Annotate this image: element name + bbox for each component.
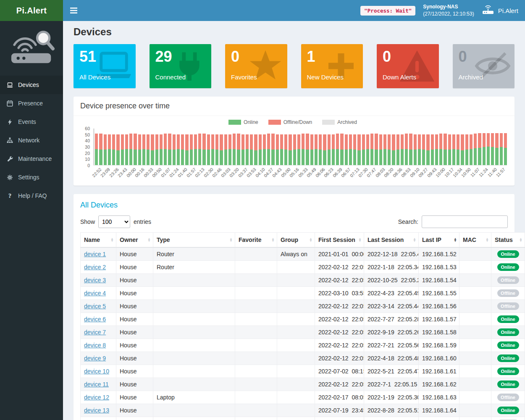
sort-icon[interactable]: ▲▼ bbox=[358, 238, 362, 242]
device-link[interactable]: device 7 bbox=[84, 329, 106, 336]
sidebar-item-maintenance[interactable]: Maintenance bbox=[0, 150, 63, 168]
bar-segment-offline bbox=[142, 134, 145, 149]
sidebar-item-events[interactable]: Events bbox=[0, 113, 63, 131]
cell-favorite bbox=[235, 247, 277, 261]
column-header-mac[interactable]: MAC▲▼ bbox=[459, 233, 491, 248]
sidebar: DevicesPresenceEventsNetworkMaintenanceS… bbox=[0, 21, 63, 420]
column-header-type[interactable]: Type▲▼ bbox=[153, 233, 235, 248]
bar-segment-online bbox=[345, 150, 348, 165]
chart-bar bbox=[319, 134, 322, 165]
computer-icon bbox=[6, 82, 13, 88]
column-header-first-session[interactable]: First Session▲▼ bbox=[315, 233, 364, 248]
column-header-status[interactable]: Status▲▼ bbox=[491, 233, 525, 248]
summary-card-favorites[interactable]: 0Favorites bbox=[225, 44, 287, 88]
bar-segment-online bbox=[375, 150, 378, 165]
bar-segment-offline bbox=[302, 134, 304, 149]
device-link[interactable]: device 4 bbox=[84, 290, 106, 297]
table-row: device 11House2022-02-12 22:052022-7-1 2… bbox=[81, 378, 525, 391]
bar-segment-offline bbox=[181, 134, 184, 150]
bar-segment-online bbox=[116, 150, 119, 165]
summary-card-new-devices[interactable]: 1New Devices bbox=[301, 44, 363, 88]
device-link[interactable]: device 12 bbox=[84, 394, 109, 401]
legend-item-archived[interactable]: Archived bbox=[322, 119, 357, 125]
status-badge: Online bbox=[497, 354, 519, 362]
device-link[interactable]: device 9 bbox=[84, 355, 106, 362]
card-label: Archived bbox=[459, 74, 509, 81]
sort-icon[interactable]: ▲▼ bbox=[413, 238, 416, 242]
column-header-last-session[interactable]: Last Session▲▼ bbox=[364, 233, 419, 248]
sidebar-item-devices[interactable]: Devices bbox=[0, 76, 63, 94]
device-link[interactable]: device 13 bbox=[84, 407, 109, 414]
sort-icon[interactable]: ▲▼ bbox=[110, 238, 114, 242]
navbar: "Process: Wait" Synology-NAS (27/12/2022… bbox=[63, 0, 525, 21]
sidebar-item-presence[interactable]: Presence bbox=[0, 94, 63, 113]
cell-group: Always on bbox=[277, 247, 315, 261]
device-link[interactable]: device 1 bbox=[84, 251, 106, 257]
cell-owner: House bbox=[116, 365, 153, 378]
brand-logo[interactable]: Pi.Alert bbox=[0, 0, 63, 21]
summary-card-down-alerts[interactable]: 0Down Alerts bbox=[377, 44, 439, 88]
bar-segment-online bbox=[254, 150, 257, 165]
cell-name: device 14 bbox=[81, 417, 116, 420]
sort-icon[interactable]: ▲▼ bbox=[229, 238, 233, 242]
column-header-name[interactable]: Name▲▼ bbox=[81, 233, 116, 248]
column-header-favorite[interactable]: Favorite▲▼ bbox=[235, 233, 277, 248]
sort-icon[interactable]: ▲▼ bbox=[309, 238, 312, 242]
column-header-group[interactable]: Group▲▼ bbox=[277, 233, 315, 248]
bar-segment-online bbox=[306, 150, 309, 165]
bar-segment-online bbox=[435, 149, 438, 165]
device-link[interactable]: device 2 bbox=[84, 264, 106, 270]
device-link[interactable]: device 11 bbox=[84, 381, 109, 388]
bar-segment-online bbox=[431, 150, 434, 165]
chart-bar bbox=[202, 134, 205, 165]
sidebar-item-help-faq[interactable]: ?Help / FAQ bbox=[0, 186, 63, 205]
sort-icon[interactable]: ▲▼ bbox=[519, 238, 522, 242]
legend-item-offline-down[interactable]: Offline/Down bbox=[268, 119, 312, 125]
bar-segment-online bbox=[289, 150, 291, 165]
sort-icon[interactable]: ▲▼ bbox=[486, 238, 489, 242]
device-link[interactable]: device 6 bbox=[84, 316, 106, 323]
sidebar-toggle-button[interactable] bbox=[63, 0, 84, 21]
summary-card-all-devices[interactable]: 51All Devices bbox=[74, 44, 136, 88]
bar-segment-offline bbox=[220, 134, 223, 150]
device-link[interactable]: device 8 bbox=[84, 342, 106, 349]
sort-icon[interactable]: ▲▼ bbox=[454, 238, 457, 242]
cell-first-session: 2022-07-02 08:15 bbox=[315, 365, 364, 378]
bar-segment-online bbox=[422, 150, 425, 165]
sidebar-item-label: Network bbox=[18, 137, 39, 144]
cell-owner: House bbox=[116, 378, 153, 391]
bar-segment-offline bbox=[190, 134, 193, 150]
page-length-select[interactable]: 100 bbox=[98, 215, 130, 228]
sidebar-item-settings[interactable]: Settings bbox=[0, 168, 63, 186]
cell-first-session: 2022-02-12 22:05 bbox=[315, 378, 364, 391]
device-link[interactable]: device 10 bbox=[84, 368, 109, 375]
chart-bar bbox=[190, 134, 193, 165]
card-label: Favorites bbox=[231, 74, 281, 81]
bar-segment-online bbox=[315, 149, 318, 165]
entries-label: entries bbox=[134, 218, 151, 225]
cell-mac bbox=[459, 404, 491, 417]
bar-segment-offline bbox=[405, 134, 408, 149]
chart-bar bbox=[332, 134, 335, 165]
sidebar-item-network[interactable]: Network bbox=[0, 131, 63, 150]
cell-status: Online bbox=[491, 365, 525, 378]
sort-icon[interactable]: ▲▼ bbox=[271, 238, 275, 242]
legend-item-online[interactable]: Online bbox=[228, 119, 258, 125]
bar-segment-offline bbox=[164, 134, 167, 149]
chart-bar bbox=[246, 134, 249, 165]
sort-icon[interactable]: ▲▼ bbox=[147, 238, 151, 242]
column-header-owner[interactable]: Owner▲▼ bbox=[116, 233, 153, 248]
summary-card-connected[interactable]: 29Connected bbox=[150, 44, 212, 88]
device-link[interactable]: device 5 bbox=[84, 303, 106, 310]
chart-bar bbox=[349, 134, 352, 165]
summary-card-archived[interactable]: 0Archived bbox=[453, 44, 515, 88]
device-link[interactable]: device 3 bbox=[84, 277, 106, 284]
search-input[interactable] bbox=[422, 215, 508, 228]
host-datetime: (27/12/2022, 12:10:53) bbox=[423, 10, 474, 18]
cell-group bbox=[277, 261, 315, 274]
bar-segment-offline bbox=[379, 134, 382, 150]
bar-segment-online bbox=[125, 149, 128, 165]
column-header-last-ip[interactable]: Last IP▲▼ bbox=[419, 233, 459, 248]
search-control: Search: bbox=[398, 215, 508, 228]
bar-segment-offline bbox=[457, 134, 459, 150]
